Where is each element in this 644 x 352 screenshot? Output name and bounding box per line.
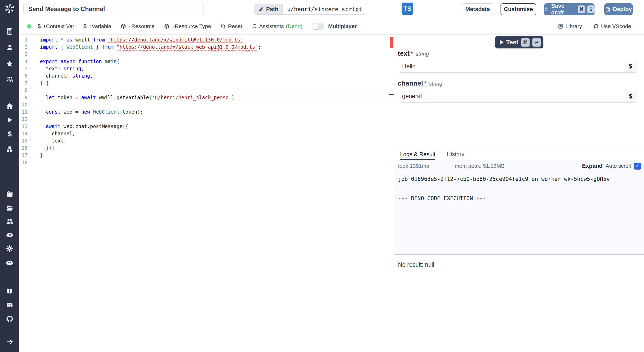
code-text: await web.chat.postMessage({: [40, 123, 394, 130]
path-label: Path: [266, 6, 278, 13]
cmd-key: ⌘: [578, 5, 585, 13]
code-text: [40, 159, 394, 166]
deploy-button[interactable]: Deploy: [604, 3, 633, 15]
autoscroll-checkbox[interactable]: ✓: [634, 163, 641, 170]
expand-button[interactable]: Expand: [582, 163, 602, 169]
refresh-icon: [251, 23, 257, 29]
result-area: No result: null: [394, 255, 644, 352]
building-icon[interactable]: [6, 27, 14, 35]
code-line[interactable]: 9 let token = await wmill.getVariable('u…: [19, 94, 394, 101]
channel-field[interactable]: general $: [398, 90, 637, 103]
multiplayer-toggle[interactable]: [312, 23, 324, 30]
path-group[interactable]: Path u/henri/sincere_script: [255, 4, 367, 15]
line-number: 12: [19, 115, 40, 123]
code-line[interactable]: 5 text: string,: [19, 65, 394, 72]
save-draft-button[interactable]: Save draft ⌘ S: [544, 3, 595, 15]
github-icon[interactable]: [6, 315, 14, 323]
code-line[interactable]: 1import * as wmill from 'https://deno.la…: [19, 36, 394, 43]
home-icon[interactable]: [6, 102, 14, 110]
cubes-icon[interactable]: [6, 145, 14, 153]
field-type: string: [416, 51, 429, 57]
gear-icon[interactable]: [6, 245, 14, 253]
test-button[interactable]: Test ⌘ ↵: [495, 36, 544, 48]
play-icon[interactable]: [6, 116, 14, 124]
s-key: S: [587, 5, 595, 13]
code-line[interactable]: 6 channel: string,: [19, 72, 394, 79]
cursor-marker: [389, 94, 394, 95]
code-line[interactable]: 16 });: [19, 144, 394, 152]
code-text: text: string,: [40, 65, 394, 72]
reset-button[interactable]: Reset: [220, 23, 242, 29]
insert-variable-button[interactable]: $: [625, 91, 636, 102]
line-number: 7: [19, 79, 40, 87]
tab-logs-result[interactable]: Logs & Result: [400, 149, 435, 160]
path-value[interactable]: u/henri/sincere_script: [282, 4, 367, 15]
enter-key: ↵: [532, 38, 541, 47]
code-text: channel: string,: [40, 72, 394, 79]
dollar-icon[interactable]: $: [6, 130, 14, 138]
code-line[interactable]: 12: [19, 115, 394, 123]
script-title-input[interactable]: [23, 3, 204, 15]
log-output[interactable]: job 018963e5-9f12-7cb0-bb80-25ce904fe1c9…: [394, 172, 644, 254]
add-context-var-button[interactable]: $ +Context Var: [38, 23, 74, 30]
assistants-lang: (Deno): [286, 23, 302, 29]
library-button[interactable]: Library: [558, 23, 582, 29]
sidebar-divider: [0, 332, 19, 332]
code-text: export async function main(: [40, 58, 394, 65]
preview-panel: Test ⌘ ↵ text* string Hello $ channel* s…: [394, 35, 644, 352]
eye-icon[interactable]: [6, 231, 14, 239]
line-number: 4: [19, 58, 40, 65]
tab-history[interactable]: History: [447, 149, 464, 160]
add-resource-type-button[interactable]: +Resource Type: [164, 23, 211, 29]
code-line[interactable]: 18: [19, 159, 394, 166]
cube-icon: [164, 23, 170, 29]
star-icon[interactable]: [6, 60, 14, 68]
line-number: 14: [19, 130, 40, 137]
code-text: import { WebClient } from "https://deno.…: [40, 43, 394, 51]
duration-stat: took 1391ms: [398, 163, 429, 169]
code-editor[interactable]: 1import * as wmill from 'https://deno.la…: [19, 35, 394, 352]
insert-variable-button[interactable]: $: [625, 61, 636, 72]
discord-icon[interactable]: [6, 301, 14, 309]
code-line[interactable]: 17}: [19, 152, 394, 159]
customise-button[interactable]: Customise: [501, 3, 536, 15]
add-variable-button[interactable]: $ +Variable: [83, 23, 111, 30]
autoscroll-label: Auto scroll: [606, 163, 631, 169]
robot-icon[interactable]: [6, 259, 14, 267]
code-line[interactable]: 3: [19, 51, 394, 58]
text-field-value[interactable]: Hello: [402, 63, 625, 70]
code-line[interactable]: 15 text,: [19, 137, 394, 144]
save-icon: [544, 7, 549, 12]
line-number: 10: [19, 101, 40, 108]
calendar-icon[interactable]: [6, 190, 14, 198]
editor-toolbar: $ +Context Var $ +Variable +Resource +Re…: [19, 18, 644, 35]
users-cog-icon[interactable]: [6, 217, 14, 225]
code-line[interactable]: 7) {: [19, 79, 394, 87]
code-line[interactable]: 13 await web.chat.postMessage({: [19, 123, 394, 130]
code-line[interactable]: 2import { WebClient } from "https://deno…: [19, 43, 394, 51]
path-edit-button[interactable]: Path: [255, 4, 282, 15]
code-line[interactable]: 10: [19, 101, 394, 108]
assistants-button[interactable]: Assistants (Deno): [251, 23, 302, 29]
text-field[interactable]: Hello $: [398, 60, 637, 73]
users-icon[interactable]: [6, 76, 14, 83]
code-line[interactable]: 8: [19, 87, 394, 94]
overview-ruler[interactable]: [389, 35, 394, 352]
metadata-button[interactable]: Metadata: [461, 3, 494, 15]
user-icon[interactable]: [6, 43, 14, 51]
use-vscode-button[interactable]: Use VScode: [593, 23, 631, 29]
code-line[interactable]: 4export async function main(: [19, 58, 394, 65]
code-text: [40, 115, 394, 123]
add-resource-button[interactable]: +Resource: [121, 23, 155, 29]
book-icon[interactable]: [6, 287, 14, 295]
code-line[interactable]: 14 channel,: [19, 130, 394, 137]
arrow-right-icon[interactable]: [6, 338, 14, 346]
code-text: ) {: [40, 79, 394, 87]
line-number: 9: [19, 94, 40, 101]
code-line[interactable]: 11 const web = new WebClient(token);: [19, 108, 394, 115]
folder-icon[interactable]: [6, 204, 14, 212]
line-number: 2: [19, 43, 40, 51]
windmill-logo-icon[interactable]: [4, 3, 16, 15]
channel-field-value[interactable]: general: [402, 93, 625, 100]
field-label-channel: channel* string: [398, 79, 637, 87]
